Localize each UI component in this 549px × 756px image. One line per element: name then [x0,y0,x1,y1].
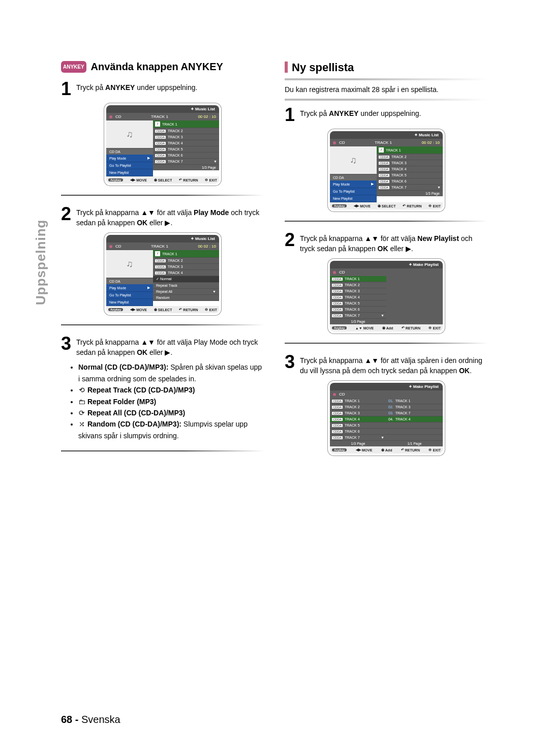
section-side-label: Uppspelning [33,220,49,305]
play-modes-list: Normal (CD (CD-DA)/MP3): Spåren på skiva… [78,361,264,441]
left-step-2: 2 Tryck på knapparna ▲▼ för att välja Pl… [61,205,264,228]
step-number: 2 [285,231,295,254]
left-step-3: 3 Tryck på knapparna ▲▼ för att välja Pl… [61,335,264,357]
right-heading: Ny spellista [285,61,488,74]
step-number: 1 [285,106,295,124]
left-heading-text: Använda knappen ANYKEY [91,61,223,72]
osd-screenshot-4: ✦ Make Playlist CD CDDATRACK 1 CDDATRACK… [328,259,445,334]
step-number: 3 [61,335,71,357]
random-icon: ⤮ [78,418,85,430]
left-heading: ANYKEY Använda knappen ANYKEY [61,61,264,73]
step-number: 2 [61,205,71,228]
step-number: 3 [285,353,295,376]
right-intro: Du kan registrera maximalt 28 spår i en … [285,85,488,94]
osd-screenshot-2: ✦ Music List CDTRACK 100 02 : 10 ♫ CD DA… [104,233,221,315]
osd-screenshot-1: ✦ Music List CDTRACK 100 02 : 10 ♫ CD DA… [104,103,221,186]
repeat-folder-icon: 🗀 [78,396,85,407]
right-step-3: 3 Tryck på knapparna ▲▼ för att välja sp… [285,353,488,376]
left-step-1: 1 Tryck på ANYKEY under uppspelning. [61,80,264,98]
anykey-badge: ANYKEY [61,61,86,73]
repeat-all-icon: ⟳ [78,407,85,418]
page-footer: 68 - Svenska [61,714,120,725]
step-number: 1 [61,80,71,98]
right-step-2: 2 Tryck på knapparna ▲▼ för att välja Ne… [285,231,488,254]
osd-screenshot-3: ✦ Music List CDTRACK 100 02 : 10 ♫ CD DA… [328,129,445,211]
osd-screenshot-5: ✦ Make Playlist CD CDDATRACK 1 CDDATRACK… [328,381,445,456]
repeat-track-icon: ⟲ [78,384,85,396]
right-column: Ny spellista Du kan registrera maximalt … [285,61,488,461]
right-step-1: 1 Tryck på ANYKEY under uppspelning. [285,106,488,124]
left-column: ANYKEY Använda knappen ANYKEY 1 Tryck på… [61,61,264,461]
